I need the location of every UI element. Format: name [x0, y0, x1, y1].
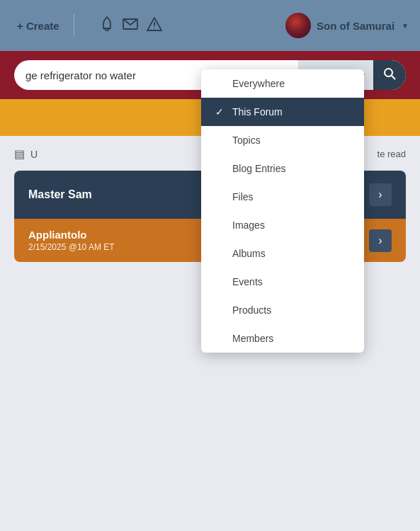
nav-right: Son of Samurai ▼: [285, 13, 409, 38]
dropdown-item-topics[interactable]: Topics: [201, 126, 364, 154]
mark-read-link[interactable]: te read: [378, 149, 406, 159]
appliantology-text: Appliantolo 2/15/2025 @10 AM ET: [28, 229, 115, 252]
alert-button[interactable]: [147, 17, 162, 35]
dropdown-item-blog-entries[interactable]: Blog Entries: [201, 154, 364, 183]
create-label: + Create: [17, 20, 59, 32]
user-menu-caret[interactable]: ▼: [402, 22, 409, 30]
forum-label: U: [30, 149, 38, 160]
appliantology-date: 2/15/2025 @10 AM ET: [28, 242, 115, 252]
dropdown-item-events[interactable]: Events: [201, 268, 364, 296]
search-submit-button[interactable]: [373, 60, 406, 90]
dropdown-label-files: Files: [232, 191, 254, 202]
dropdown-label-blog-entries: Blog Entries: [232, 163, 285, 174]
dropdown-item-members[interactable]: Members: [201, 324, 364, 353]
dropdown-label-events: Events: [232, 276, 263, 287]
nav-left: + Create: [11, 14, 162, 37]
dropdown-label-albums: Albums: [232, 248, 266, 259]
top-nav: + Create: [0, 0, 420, 51]
avatar: [285, 13, 311, 38]
search-scope-dropdown: Everywhere✓This ForumTopicsBlog EntriesF…: [201, 69, 364, 353]
dropdown-item-albums[interactable]: Albums: [201, 239, 364, 268]
dropdown-label-this-forum: This Forum: [232, 106, 283, 118]
dropdown-label-images: Images: [232, 219, 265, 231]
dropdown-item-files[interactable]: Files: [201, 183, 364, 211]
search-icon: [383, 67, 396, 83]
dropdown-check-this-forum: ✓: [215, 106, 227, 118]
dropdown-label-members: Members: [232, 333, 273, 344]
dropdown-label-products: Products: [232, 304, 271, 316]
bell-button[interactable]: [100, 16, 114, 35]
appliantology-title: Appliantolo: [28, 229, 115, 241]
dropdown-item-images[interactable]: Images: [201, 211, 364, 239]
nav-divider: [74, 14, 74, 37]
chevron-right-icon: ›: [378, 188, 382, 201]
svg-line-6: [392, 76, 395, 79]
master-card-title: Master Sam: [28, 188, 92, 201]
dropdown-item-products[interactable]: Products: [201, 296, 364, 324]
user-name: Son of Samurai: [317, 20, 395, 32]
nav-icons: [100, 16, 162, 35]
dropdown-item-this-forum[interactable]: ✓This Forum: [201, 98, 364, 126]
alert-icon: [147, 17, 162, 35]
chevron-right-icon-2: ›: [378, 234, 382, 247]
mail-button[interactable]: [123, 18, 138, 33]
forum-icon: ▤: [14, 147, 25, 161]
bell-icon: [100, 16, 114, 35]
dropdown-label-everywhere: Everywhere: [232, 78, 285, 89]
create-button[interactable]: + Create: [11, 16, 65, 36]
dropdown-item-everywhere[interactable]: Everywhere: [201, 69, 364, 98]
svg-point-4: [154, 28, 155, 29]
dropdown-label-topics: Topics: [232, 135, 261, 146]
appliantology-chevron[interactable]: ›: [369, 229, 392, 252]
master-card-chevron[interactable]: ›: [369, 183, 392, 206]
mail-icon: [123, 18, 138, 33]
